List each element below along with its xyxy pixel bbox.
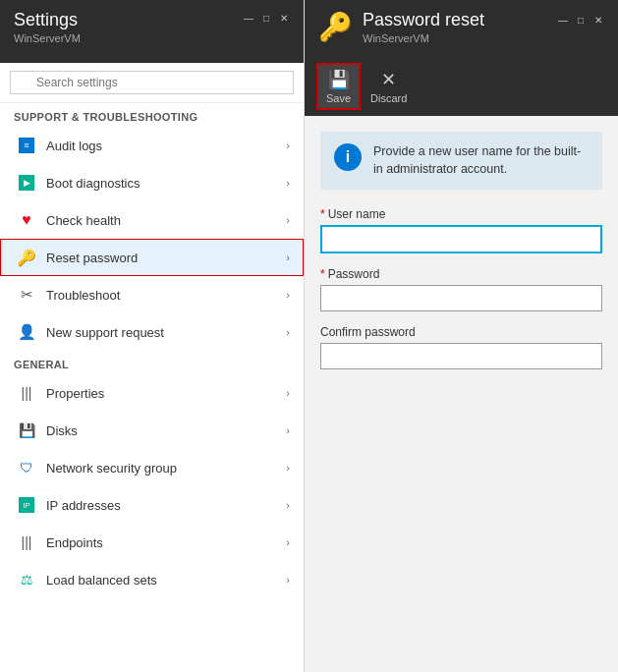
username-label-text: User name <box>328 207 386 221</box>
troubleshoot-chevron: › <box>286 289 290 301</box>
right-maximize-button[interactable]: □ <box>575 14 587 26</box>
lb-chevron: › <box>286 574 290 586</box>
discard-label: Discard <box>370 92 407 104</box>
reset-password-chevron: › <box>286 252 290 263</box>
password-label-text: Password <box>328 267 380 281</box>
right-toolbar: — □ ✕ <box>557 14 604 26</box>
endpoints-icon: ||| <box>17 532 36 552</box>
sidebar-item-troubleshoot[interactable]: ✂ Troubleshoot › <box>0 276 304 313</box>
right-minimize-button[interactable]: — <box>557 14 569 26</box>
section-support-label: SUPPORT & TROUBLESHOOTING <box>0 103 304 127</box>
sidebar-item-disks[interactable]: 💾 Disks › <box>0 412 304 449</box>
right-close-button[interactable]: ✕ <box>592 14 604 26</box>
left-panel: Settings WinServerVM — □ ✕ 🔍 SUPPORT & T… <box>0 0 305 672</box>
discard-icon: ✕ <box>381 69 396 90</box>
info-box: i Provide a new user name for the built-… <box>320 132 602 190</box>
password-group: * Password <box>320 267 602 311</box>
sidebar-item-reset-password[interactable]: 🔑 Reset password › <box>0 239 304 276</box>
lb-icon: ⚖ <box>17 570 36 589</box>
left-header: Settings WinServerVM — □ ✕ <box>0 0 304 63</box>
sidebar-item-network-security-group[interactable]: 🛡 Network security group › <box>0 449 304 486</box>
nsg-chevron: › <box>286 462 290 474</box>
boot-diagnostics-chevron: › <box>286 177 290 189</box>
section-general-label: GENERAL <box>0 351 304 374</box>
confirm-password-label: Confirm password <box>320 325 602 339</box>
search-input[interactable] <box>10 71 294 94</box>
right-window-controls: — □ ✕ <box>557 14 604 26</box>
check-health-icon: ♥ <box>17 210 36 230</box>
password-input[interactable] <box>320 285 602 311</box>
ip-icon: IP <box>17 495 36 515</box>
close-button[interactable]: ✕ <box>278 12 290 24</box>
left-title: Settings <box>14 10 81 30</box>
sidebar-item-check-health[interactable]: ♥ Check health › <box>0 201 304 239</box>
save-icon: 💾 <box>328 69 350 90</box>
maximize-button[interactable]: □ <box>260 12 272 24</box>
nsg-label: Network security group <box>46 461 286 476</box>
support-request-icon: 👤 <box>17 322 36 342</box>
sidebar-item-audit-logs[interactable]: ≡ Audit logs › <box>0 127 304 164</box>
check-health-label: Check health <box>46 213 286 228</box>
menu-container: SUPPORT & TROUBLESHOOTING ≡ Audit logs ›… <box>0 103 304 672</box>
troubleshoot-icon: ✂ <box>17 285 36 305</box>
right-title: Password reset <box>363 10 484 30</box>
right-panel: 🔑 Password reset WinServerVM — □ ✕ 💾 Sav… <box>305 0 618 672</box>
right-header: 🔑 Password reset WinServerVM — □ ✕ <box>305 0 618 63</box>
right-header-text: Password reset WinServerVM <box>363 10 484 44</box>
lb-label: Load balanced sets <box>46 573 286 588</box>
endpoints-chevron: › <box>286 536 290 548</box>
sidebar-item-endpoints[interactable]: ||| Endpoints › <box>0 524 304 561</box>
confirm-password-label-text: Confirm password <box>320 325 416 339</box>
audit-logs-label: Audit logs <box>46 139 286 153</box>
disks-icon: 💾 <box>17 420 36 440</box>
username-input[interactable] <box>320 225 602 253</box>
left-subtitle: WinServerVM <box>14 32 81 44</box>
left-window-controls: — □ ✕ <box>243 12 290 24</box>
action-toolbar: 💾 Save ✕ Discard <box>305 63 618 116</box>
username-required: * <box>320 207 325 221</box>
properties-label: Properties <box>46 386 286 401</box>
audit-logs-chevron: › <box>286 140 290 151</box>
disks-chevron: › <box>286 424 290 436</box>
ip-chevron: › <box>286 499 290 511</box>
disks-label: Disks <box>46 423 286 438</box>
confirm-password-group: Confirm password <box>320 325 602 369</box>
save-label: Save <box>326 92 351 104</box>
properties-icon: ||| <box>17 383 36 403</box>
support-request-label: New support request <box>46 325 286 340</box>
username-group: * User name <box>320 207 602 253</box>
sidebar-item-boot-diagnostics[interactable]: ▶ Boot diagnostics › <box>0 164 304 201</box>
check-health-chevron: › <box>286 214 290 226</box>
search-bar: 🔍 <box>0 63 304 103</box>
info-icon: i <box>334 143 362 171</box>
support-request-chevron: › <box>286 326 290 338</box>
password-required: * <box>320 267 325 281</box>
minimize-button[interactable]: — <box>243 12 254 24</box>
key-icon: 🔑 <box>318 14 353 41</box>
discard-button[interactable]: ✕ Discard <box>363 65 415 108</box>
right-header-info: 🔑 Password reset WinServerVM <box>318 10 484 44</box>
info-text: Provide a new user name for the built-in… <box>373 143 589 178</box>
endpoints-label: Endpoints <box>46 535 286 550</box>
sidebar-item-new-support-request[interactable]: 👤 New support request › <box>0 313 304 351</box>
password-label: * Password <box>320 267 602 281</box>
properties-chevron: › <box>286 387 290 399</box>
confirm-password-input[interactable] <box>320 343 602 369</box>
reset-password-icon: 🔑 <box>17 248 36 267</box>
nsg-icon: 🛡 <box>17 458 36 477</box>
right-subtitle: WinServerVM <box>363 32 484 44</box>
save-button[interactable]: 💾 Save <box>318 65 359 108</box>
audit-logs-icon: ≡ <box>17 136 36 155</box>
troubleshoot-label: Troubleshoot <box>46 288 286 303</box>
sidebar-item-load-balanced-sets[interactable]: ⚖ Load balanced sets › <box>0 561 304 598</box>
username-label: * User name <box>320 207 602 221</box>
sidebar-item-ip-addresses[interactable]: IP IP addresses › <box>0 486 304 524</box>
boot-diagnostics-label: Boot diagnostics <box>46 176 286 191</box>
reset-password-label: Reset password <box>46 251 286 265</box>
boot-diagnostics-icon: ▶ <box>17 173 36 193</box>
sidebar-item-properties[interactable]: ||| Properties › <box>0 374 304 412</box>
ip-label: IP addresses <box>46 498 286 513</box>
right-content: i Provide a new user name for the built-… <box>305 116 618 672</box>
